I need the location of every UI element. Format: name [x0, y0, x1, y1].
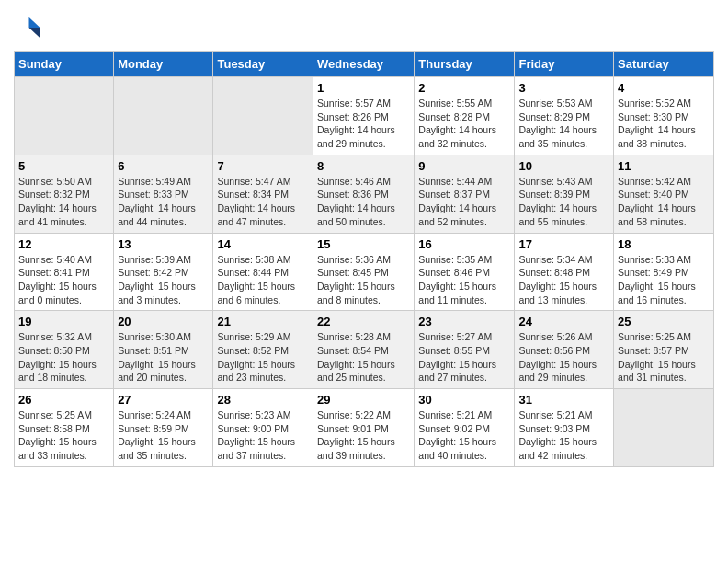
weekday-header: Sunday: [15, 52, 114, 77]
calendar-cell: 3Sunrise: 5:53 AM Sunset: 8:29 PM Daylig…: [515, 77, 614, 155]
calendar-cell: [213, 77, 313, 155]
day-info: Sunrise: 5:28 AM Sunset: 8:54 PM Dayligh…: [317, 330, 410, 385]
page-header: [14, 14, 714, 41]
day-number: 23: [418, 315, 510, 328]
calendar-cell: 28Sunrise: 5:23 AM Sunset: 9:00 PM Dayli…: [213, 389, 313, 467]
calendar-cell: 2Sunrise: 5:55 AM Sunset: 8:28 PM Daylig…: [415, 77, 515, 155]
day-info: Sunrise: 5:29 AM Sunset: 8:52 PM Dayligh…: [217, 330, 309, 385]
calendar-cell: 20Sunrise: 5:30 AM Sunset: 8:51 PM Dayli…: [114, 311, 213, 389]
day-info: Sunrise: 5:44 AM Sunset: 8:37 PM Dayligh…: [418, 175, 510, 229]
day-number: 22: [317, 315, 410, 328]
calendar-cell: 1Sunrise: 5:57 AM Sunset: 8:26 PM Daylig…: [313, 77, 415, 155]
day-info: Sunrise: 5:53 AM Sunset: 8:29 PM Dayligh…: [518, 97, 609, 151]
svg-marker-0: [29, 17, 40, 28]
calendar-header-row: SundayMondayTuesdayWednesdayThursdayFrid…: [15, 52, 714, 77]
day-info: Sunrise: 5:42 AM Sunset: 8:40 PM Dayligh…: [618, 175, 710, 229]
day-number: 10: [518, 159, 609, 173]
calendar-cell: 17Sunrise: 5:34 AM Sunset: 8:48 PM Dayli…: [515, 233, 614, 311]
day-info: Sunrise: 5:49 AM Sunset: 8:33 PM Dayligh…: [118, 175, 209, 229]
day-info: Sunrise: 5:55 AM Sunset: 8:28 PM Dayligh…: [418, 97, 510, 151]
day-number: 21: [217, 315, 309, 328]
day-info: Sunrise: 5:34 AM Sunset: 8:48 PM Dayligh…: [518, 253, 609, 307]
day-number: 7: [217, 159, 309, 173]
calendar-cell: 9Sunrise: 5:44 AM Sunset: 8:37 PM Daylig…: [415, 155, 515, 233]
calendar-cell: 19Sunrise: 5:32 AM Sunset: 8:50 PM Dayli…: [15, 311, 114, 389]
calendar-cell: 22Sunrise: 5:28 AM Sunset: 8:54 PM Dayli…: [313, 311, 415, 389]
day-info: Sunrise: 5:24 AM Sunset: 8:59 PM Dayligh…: [118, 408, 209, 463]
day-info: Sunrise: 5:21 AM Sunset: 9:02 PM Dayligh…: [418, 408, 510, 463]
day-info: Sunrise: 5:32 AM Sunset: 8:50 PM Dayligh…: [18, 330, 109, 385]
weekday-header: Thursday: [415, 52, 515, 77]
day-info: Sunrise: 5:26 AM Sunset: 8:56 PM Dayligh…: [518, 330, 609, 385]
calendar-cell: [114, 77, 213, 155]
day-number: 31: [518, 393, 609, 407]
day-number: 2: [418, 81, 510, 95]
calendar-cell: 4Sunrise: 5:52 AM Sunset: 8:30 PM Daylig…: [614, 77, 714, 155]
day-info: Sunrise: 5:50 AM Sunset: 8:32 PM Dayligh…: [18, 175, 109, 229]
calendar-cell: 15Sunrise: 5:36 AM Sunset: 8:45 PM Dayli…: [313, 233, 415, 311]
day-info: Sunrise: 5:57 AM Sunset: 8:26 PM Dayligh…: [317, 97, 410, 151]
day-number: 24: [518, 315, 609, 328]
calendar-cell: 6Sunrise: 5:49 AM Sunset: 8:33 PM Daylig…: [114, 155, 213, 233]
calendar-cell: [614, 389, 714, 467]
day-info: Sunrise: 5:40 AM Sunset: 8:41 PM Dayligh…: [18, 253, 109, 307]
calendar-cell: 25Sunrise: 5:25 AM Sunset: 8:57 PM Dayli…: [614, 311, 714, 389]
calendar-week-row: 12Sunrise: 5:40 AM Sunset: 8:41 PM Dayli…: [15, 233, 714, 311]
day-number: 1: [317, 81, 410, 95]
weekday-header: Tuesday: [213, 52, 313, 77]
calendar-cell: 21Sunrise: 5:29 AM Sunset: 8:52 PM Dayli…: [213, 311, 313, 389]
day-info: Sunrise: 5:46 AM Sunset: 8:36 PM Dayligh…: [317, 175, 410, 229]
day-info: Sunrise: 5:22 AM Sunset: 9:01 PM Dayligh…: [317, 408, 410, 463]
day-number: 6: [118, 159, 209, 173]
day-number: 3: [518, 81, 609, 95]
calendar-cell: 5Sunrise: 5:50 AM Sunset: 8:32 PM Daylig…: [15, 155, 114, 233]
calendar-cell: 26Sunrise: 5:25 AM Sunset: 8:58 PM Dayli…: [15, 389, 114, 467]
calendar-week-row: 19Sunrise: 5:32 AM Sunset: 8:50 PM Dayli…: [15, 311, 714, 389]
calendar-cell: 7Sunrise: 5:47 AM Sunset: 8:34 PM Daylig…: [213, 155, 313, 233]
calendar-cell: 23Sunrise: 5:27 AM Sunset: 8:55 PM Dayli…: [415, 311, 515, 389]
weekday-header: Monday: [114, 52, 213, 77]
weekday-header: Friday: [515, 52, 614, 77]
day-number: 5: [18, 159, 109, 173]
day-info: Sunrise: 5:36 AM Sunset: 8:45 PM Dayligh…: [317, 253, 410, 307]
calendar-table: SundayMondayTuesdayWednesdayThursdayFrid…: [14, 51, 714, 467]
day-info: Sunrise: 5:21 AM Sunset: 9:03 PM Dayligh…: [518, 408, 609, 463]
day-number: 4: [618, 81, 710, 95]
day-number: 8: [317, 159, 410, 173]
day-number: 17: [518, 237, 609, 251]
weekday-header: Wednesday: [313, 52, 415, 77]
day-info: Sunrise: 5:30 AM Sunset: 8:51 PM Dayligh…: [118, 330, 209, 385]
logo-icon: [14, 14, 41, 41]
calendar-week-row: 1Sunrise: 5:57 AM Sunset: 8:26 PM Daylig…: [15, 77, 714, 155]
day-number: 25: [618, 315, 710, 328]
day-info: Sunrise: 5:33 AM Sunset: 8:49 PM Dayligh…: [618, 253, 710, 307]
calendar-week-row: 26Sunrise: 5:25 AM Sunset: 8:58 PM Dayli…: [15, 389, 714, 467]
calendar-cell: 13Sunrise: 5:39 AM Sunset: 8:42 PM Dayli…: [114, 233, 213, 311]
calendar-cell: 16Sunrise: 5:35 AM Sunset: 8:46 PM Dayli…: [415, 233, 515, 311]
day-number: 9: [418, 159, 510, 173]
day-info: Sunrise: 5:38 AM Sunset: 8:44 PM Dayligh…: [217, 253, 309, 307]
calendar-cell: 24Sunrise: 5:26 AM Sunset: 8:56 PM Dayli…: [515, 311, 614, 389]
day-number: 26: [18, 393, 109, 407]
calendar-cell: 10Sunrise: 5:43 AM Sunset: 8:39 PM Dayli…: [515, 155, 614, 233]
day-number: 20: [118, 315, 209, 328]
calendar-cell: 12Sunrise: 5:40 AM Sunset: 8:41 PM Dayli…: [15, 233, 114, 311]
day-number: 13: [118, 237, 209, 251]
calendar-cell: 30Sunrise: 5:21 AM Sunset: 9:02 PM Dayli…: [415, 389, 515, 467]
day-number: 30: [418, 393, 510, 407]
svg-marker-1: [29, 28, 40, 38]
day-number: 15: [317, 237, 410, 251]
day-info: Sunrise: 5:47 AM Sunset: 8:34 PM Dayligh…: [217, 175, 309, 229]
day-number: 16: [418, 237, 510, 251]
logo: [14, 14, 43, 41]
day-number: 18: [618, 237, 710, 251]
calendar-cell: 14Sunrise: 5:38 AM Sunset: 8:44 PM Dayli…: [213, 233, 313, 311]
calendar-cell: 29Sunrise: 5:22 AM Sunset: 9:01 PM Dayli…: [313, 389, 415, 467]
day-number: 11: [618, 159, 710, 173]
calendar-cell: 18Sunrise: 5:33 AM Sunset: 8:49 PM Dayli…: [614, 233, 714, 311]
day-info: Sunrise: 5:25 AM Sunset: 8:57 PM Dayligh…: [618, 330, 710, 385]
calendar-cell: 8Sunrise: 5:46 AM Sunset: 8:36 PM Daylig…: [313, 155, 415, 233]
day-number: 12: [18, 237, 109, 251]
calendar-cell: 31Sunrise: 5:21 AM Sunset: 9:03 PM Dayli…: [515, 389, 614, 467]
day-info: Sunrise: 5:39 AM Sunset: 8:42 PM Dayligh…: [118, 253, 209, 307]
